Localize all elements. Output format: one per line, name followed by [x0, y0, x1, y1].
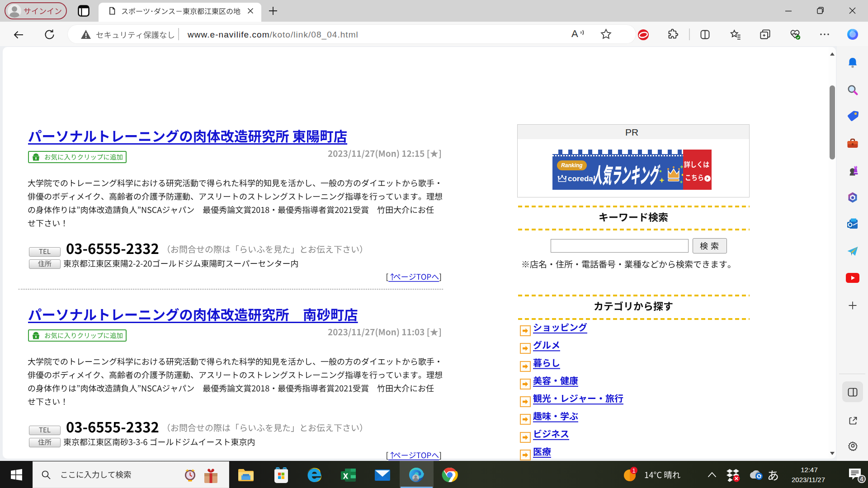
svg-text:1: 1: [632, 467, 635, 474]
svg-text:4: 4: [860, 475, 863, 483]
